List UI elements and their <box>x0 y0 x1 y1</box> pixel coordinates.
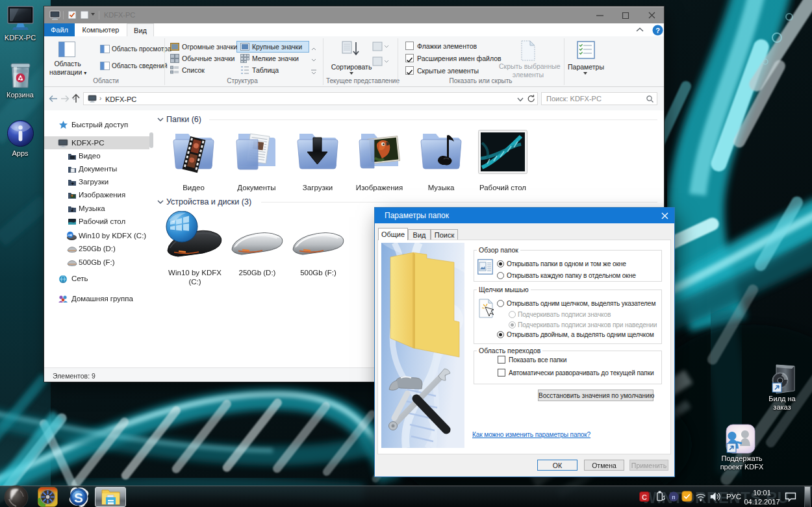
svg-text:п: п <box>672 494 675 501</box>
svg-text:?: ? <box>655 27 660 34</box>
svg-text:C: C <box>642 493 647 501</box>
svg-text:S: S <box>74 490 83 505</box>
